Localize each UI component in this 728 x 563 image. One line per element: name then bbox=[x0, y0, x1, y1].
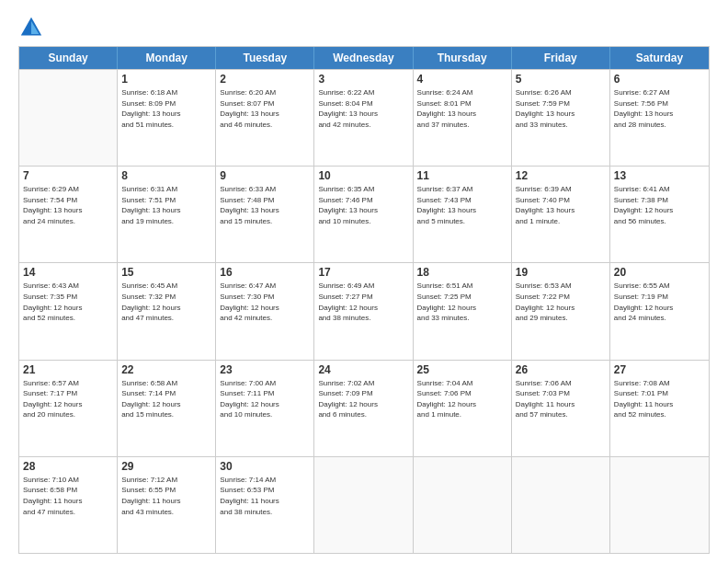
cal-cell: 19Sunrise: 6:53 AM Sunset: 7:22 PM Dayli… bbox=[512, 263, 610, 359]
day-info: Sunrise: 7:00 AM Sunset: 7:11 PM Dayligh… bbox=[220, 378, 310, 420]
day-number: 26 bbox=[516, 363, 606, 376]
cal-header-cell-saturday: Saturday bbox=[610, 47, 709, 69]
day-info: Sunrise: 6:47 AM Sunset: 7:30 PM Dayligh… bbox=[220, 281, 310, 323]
cal-header-cell-tuesday: Tuesday bbox=[216, 47, 314, 69]
day-number: 30 bbox=[220, 460, 310, 473]
day-number: 17 bbox=[318, 266, 408, 279]
cal-week-5: 28Sunrise: 7:10 AM Sunset: 6:58 PM Dayli… bbox=[19, 456, 709, 553]
cal-cell: 3Sunrise: 6:22 AM Sunset: 8:04 PM Daylig… bbox=[314, 70, 413, 166]
day-info: Sunrise: 7:14 AM Sunset: 6:53 PM Dayligh… bbox=[220, 475, 310, 517]
cal-cell bbox=[512, 457, 610, 553]
day-number: 20 bbox=[614, 266, 705, 279]
day-info: Sunrise: 6:33 AM Sunset: 7:48 PM Dayligh… bbox=[220, 184, 310, 226]
day-number: 13 bbox=[614, 169, 705, 182]
cal-header-cell-monday: Monday bbox=[118, 47, 216, 69]
day-info: Sunrise: 6:39 AM Sunset: 7:40 PM Dayligh… bbox=[516, 184, 606, 226]
day-number: 5 bbox=[516, 73, 606, 86]
day-info: Sunrise: 6:58 AM Sunset: 7:14 PM Dayligh… bbox=[121, 378, 211, 420]
day-number: 11 bbox=[417, 169, 507, 182]
day-info: Sunrise: 6:27 AM Sunset: 7:56 PM Dayligh… bbox=[614, 87, 705, 130]
cal-cell: 21Sunrise: 6:57 AM Sunset: 7:17 PM Dayli… bbox=[19, 361, 118, 456]
day-number: 10 bbox=[318, 169, 408, 182]
day-number: 8 bbox=[121, 169, 211, 182]
day-number: 6 bbox=[614, 73, 705, 86]
logo bbox=[18, 15, 48, 40]
day-info: Sunrise: 6:41 AM Sunset: 7:38 PM Dayligh… bbox=[614, 184, 705, 226]
day-number: 28 bbox=[23, 460, 113, 473]
cal-header-cell-sunday: Sunday bbox=[19, 47, 118, 69]
cal-cell: 13Sunrise: 6:41 AM Sunset: 7:38 PM Dayli… bbox=[610, 167, 709, 262]
day-info: Sunrise: 7:02 AM Sunset: 7:09 PM Dayligh… bbox=[318, 378, 408, 420]
day-info: Sunrise: 6:37 AM Sunset: 7:43 PM Dayligh… bbox=[417, 184, 507, 226]
day-number: 2 bbox=[220, 73, 310, 86]
cal-cell bbox=[414, 457, 512, 553]
cal-cell: 27Sunrise: 7:08 AM Sunset: 7:01 PM Dayli… bbox=[610, 361, 709, 456]
cal-cell: 24Sunrise: 7:02 AM Sunset: 7:09 PM Dayli… bbox=[314, 361, 413, 456]
day-number: 29 bbox=[121, 460, 211, 473]
day-number: 12 bbox=[516, 169, 606, 182]
header bbox=[18, 15, 710, 40]
day-number: 7 bbox=[23, 169, 113, 182]
cal-cell: 2Sunrise: 6:20 AM Sunset: 8:07 PM Daylig… bbox=[216, 70, 314, 166]
day-info: Sunrise: 6:26 AM Sunset: 7:59 PM Dayligh… bbox=[516, 87, 606, 130]
cal-cell: 8Sunrise: 6:31 AM Sunset: 7:51 PM Daylig… bbox=[118, 167, 216, 262]
cal-cell: 1Sunrise: 6:18 AM Sunset: 8:09 PM Daylig… bbox=[118, 70, 216, 166]
day-number: 24 bbox=[318, 363, 408, 376]
day-info: Sunrise: 7:12 AM Sunset: 6:55 PM Dayligh… bbox=[121, 475, 211, 517]
cal-cell: 7Sunrise: 6:29 AM Sunset: 7:54 PM Daylig… bbox=[19, 167, 118, 262]
day-number: 18 bbox=[417, 266, 507, 279]
day-number: 14 bbox=[23, 266, 113, 279]
day-info: Sunrise: 6:57 AM Sunset: 7:17 PM Dayligh… bbox=[23, 378, 113, 420]
cal-cell: 10Sunrise: 6:35 AM Sunset: 7:46 PM Dayli… bbox=[314, 167, 413, 262]
cal-cell: 15Sunrise: 6:45 AM Sunset: 7:32 PM Dayli… bbox=[118, 263, 216, 359]
cal-cell: 22Sunrise: 6:58 AM Sunset: 7:14 PM Dayli… bbox=[118, 361, 216, 456]
cal-cell: 6Sunrise: 6:27 AM Sunset: 7:56 PM Daylig… bbox=[610, 70, 709, 166]
cal-cell: 4Sunrise: 6:24 AM Sunset: 8:01 PM Daylig… bbox=[414, 70, 512, 166]
cal-cell: 20Sunrise: 6:55 AM Sunset: 7:19 PM Dayli… bbox=[610, 263, 709, 359]
day-info: Sunrise: 6:43 AM Sunset: 7:35 PM Dayligh… bbox=[23, 281, 113, 323]
day-number: 25 bbox=[417, 363, 507, 376]
day-number: 21 bbox=[23, 363, 113, 376]
cal-cell bbox=[314, 457, 413, 553]
cal-week-3: 14Sunrise: 6:43 AM Sunset: 7:35 PM Dayli… bbox=[19, 262, 709, 359]
day-number: 3 bbox=[318, 73, 408, 86]
day-number: 23 bbox=[220, 363, 310, 376]
day-info: Sunrise: 6:18 AM Sunset: 8:09 PM Dayligh… bbox=[121, 87, 211, 130]
cal-cell: 17Sunrise: 6:49 AM Sunset: 7:27 PM Dayli… bbox=[314, 263, 413, 359]
cal-week-2: 7Sunrise: 6:29 AM Sunset: 7:54 PM Daylig… bbox=[19, 166, 709, 262]
cal-week-4: 21Sunrise: 6:57 AM Sunset: 7:17 PM Dayli… bbox=[19, 360, 709, 456]
cal-cell: 18Sunrise: 6:51 AM Sunset: 7:25 PM Dayli… bbox=[414, 263, 512, 359]
cal-week-1: 1Sunrise: 6:18 AM Sunset: 8:09 PM Daylig… bbox=[19, 69, 709, 166]
cal-cell: 30Sunrise: 7:14 AM Sunset: 6:53 PM Dayli… bbox=[216, 457, 314, 553]
cal-cell: 29Sunrise: 7:12 AM Sunset: 6:55 PM Dayli… bbox=[118, 457, 216, 553]
cal-cell: 25Sunrise: 7:04 AM Sunset: 7:06 PM Dayli… bbox=[414, 361, 512, 456]
day-info: Sunrise: 6:20 AM Sunset: 8:07 PM Dayligh… bbox=[220, 87, 310, 130]
day-number: 9 bbox=[220, 169, 310, 182]
day-number: 4 bbox=[417, 73, 507, 86]
logo-icon bbox=[18, 15, 44, 40]
day-number: 27 bbox=[614, 363, 705, 376]
day-number: 16 bbox=[220, 266, 310, 279]
cal-cell bbox=[610, 457, 709, 553]
day-number: 1 bbox=[121, 73, 211, 86]
day-info: Sunrise: 6:55 AM Sunset: 7:19 PM Dayligh… bbox=[614, 281, 705, 323]
cal-header-cell-friday: Friday bbox=[512, 47, 610, 69]
day-info: Sunrise: 7:08 AM Sunset: 7:01 PM Dayligh… bbox=[614, 378, 705, 420]
day-info: Sunrise: 6:31 AM Sunset: 7:51 PM Dayligh… bbox=[121, 184, 211, 226]
day-info: Sunrise: 7:06 AM Sunset: 7:03 PM Dayligh… bbox=[516, 378, 606, 420]
day-info: Sunrise: 6:24 AM Sunset: 8:01 PM Dayligh… bbox=[417, 87, 507, 130]
cal-header-cell-wednesday: Wednesday bbox=[314, 47, 413, 69]
cal-cell: 26Sunrise: 7:06 AM Sunset: 7:03 PM Dayli… bbox=[512, 361, 610, 456]
day-info: Sunrise: 6:49 AM Sunset: 7:27 PM Dayligh… bbox=[318, 281, 408, 323]
cal-cell: 9Sunrise: 6:33 AM Sunset: 7:48 PM Daylig… bbox=[216, 167, 314, 262]
cal-cell: 14Sunrise: 6:43 AM Sunset: 7:35 PM Dayli… bbox=[19, 263, 118, 359]
calendar-body: 1Sunrise: 6:18 AM Sunset: 8:09 PM Daylig… bbox=[19, 69, 709, 553]
day-number: 22 bbox=[121, 363, 211, 376]
day-info: Sunrise: 6:53 AM Sunset: 7:22 PM Dayligh… bbox=[516, 281, 606, 323]
cal-cell: 11Sunrise: 6:37 AM Sunset: 7:43 PM Dayli… bbox=[414, 167, 512, 262]
calendar-header-row: SundayMondayTuesdayWednesdayThursdayFrid… bbox=[19, 47, 709, 69]
day-info: Sunrise: 6:51 AM Sunset: 7:25 PM Dayligh… bbox=[417, 281, 507, 323]
day-number: 15 bbox=[121, 266, 211, 279]
day-info: Sunrise: 7:10 AM Sunset: 6:58 PM Dayligh… bbox=[23, 475, 113, 517]
cal-cell: 12Sunrise: 6:39 AM Sunset: 7:40 PM Dayli… bbox=[512, 167, 610, 262]
